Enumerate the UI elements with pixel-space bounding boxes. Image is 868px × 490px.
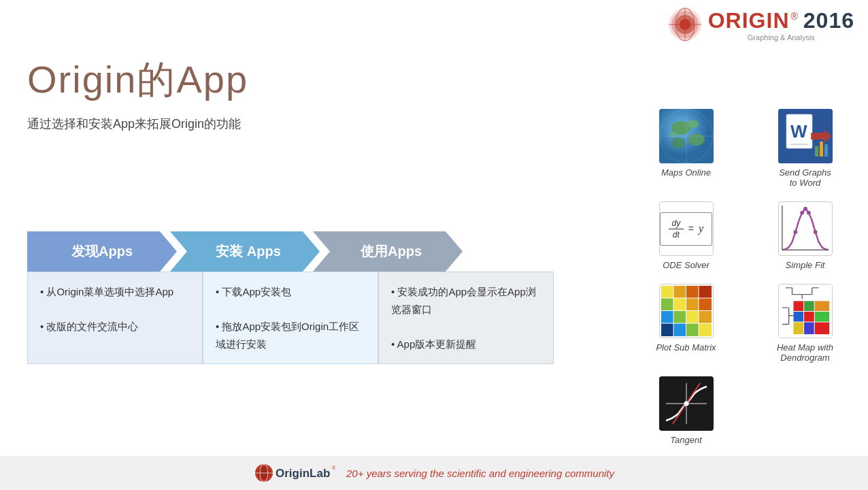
logo-reg: ® <box>790 11 797 22</box>
footer-bar: OriginLab ® 20+ years serving the scient… <box>0 456 868 490</box>
originlab-logo: OriginLab ® <box>254 463 335 483</box>
tangent-icon <box>659 376 714 431</box>
content-discover: • 从Origin菜单选项中选择App • 改版的文件交流中心 <box>27 272 203 364</box>
svg-rect-23 <box>824 144 828 157</box>
svg-rect-47 <box>699 324 712 337</box>
ode-solver-icon: dy dt = y <box>659 201 714 256</box>
svg-point-25 <box>800 211 804 215</box>
app-plot-sub-matrix: Plot Sub Matrix <box>637 284 735 363</box>
svg-text:OriginLab: OriginLab <box>276 467 330 480</box>
steps-row: 发现Apps 安装 Apps 使用Apps <box>27 231 585 272</box>
svg-rect-59 <box>793 301 803 311</box>
svg-rect-65 <box>793 323 803 335</box>
svg-point-72 <box>684 402 688 406</box>
svg-text:W: W <box>790 121 807 142</box>
simple-fit-label: Simple Fit <box>786 260 825 270</box>
logo-text-block: ORIGIN ® 2016 Graphing & Analysis <box>708 8 854 42</box>
app-heat-map-dendrogram: Heat Map withDendrogram <box>756 284 854 363</box>
simple-fit-icon <box>778 201 833 256</box>
svg-point-27 <box>806 211 810 215</box>
origin-logo-globe <box>667 7 703 42</box>
svg-point-9 <box>688 120 699 128</box>
ode-solver-label: ODE Solver <box>663 260 710 270</box>
svg-text:®: ® <box>332 465 335 471</box>
svg-rect-64 <box>814 312 829 322</box>
flow-section: 发现Apps 安装 Apps 使用Apps • 从Origin菜单选项中选择Ap… <box>27 231 585 364</box>
step-use: 使用Apps <box>313 231 463 272</box>
svg-point-10 <box>671 137 685 148</box>
content-install: • 下载App安装包 • 拖放App安装包到Origin工作区域进行安装 <box>203 272 378 364</box>
svg-rect-37 <box>673 298 686 310</box>
app-send-graphs-word: W Send Graphsto Word <box>756 109 854 188</box>
content-use: • 安装成功的App会显示在App浏览器窗口 • App版本更新提醒 <box>378 272 554 364</box>
send-graphs-word-icon: W <box>778 109 833 163</box>
svg-rect-42 <box>686 311 699 323</box>
maps-online-icon <box>659 109 714 163</box>
svg-rect-33 <box>673 286 686 298</box>
svg-rect-62 <box>793 312 803 322</box>
svg-point-11 <box>688 133 705 146</box>
svg-rect-21 <box>815 146 818 157</box>
maps-online-label: Maps Online <box>661 167 711 178</box>
step-discover: 发现Apps <box>27 231 177 272</box>
heat-map-dendrogram-label: Heat Map withDendrogram <box>777 342 833 363</box>
svg-rect-63 <box>804 312 814 322</box>
header-logo: ORIGIN ® 2016 Graphing & Analysis <box>667 7 854 42</box>
content-row: • 从Origin菜单选项中选择App • 改版的文件交流中心 • 下载App安… <box>27 272 585 364</box>
step-install: 安装 Apps <box>170 231 320 272</box>
svg-point-26 <box>803 207 807 211</box>
logo-title: ORIGIN <box>708 8 790 33</box>
app-tangent: Tangent <box>637 376 735 445</box>
svg-point-28 <box>813 230 817 234</box>
svg-rect-61 <box>814 301 829 311</box>
app-simple-fit: Simple Fit <box>756 201 854 270</box>
svg-rect-38 <box>686 298 699 310</box>
send-graphs-word-label: Send Graphsto Word <box>779 167 831 188</box>
svg-rect-41 <box>673 311 686 323</box>
svg-rect-36 <box>661 298 673 310</box>
heat-map-dendrogram-icon <box>778 284 833 338</box>
page-title: Origin的App <box>27 54 248 106</box>
logo-subtitle: Graphing & Analysis <box>708 33 854 42</box>
svg-rect-46 <box>686 324 699 337</box>
logo-year: 2016 <box>803 8 854 33</box>
svg-rect-45 <box>673 324 686 337</box>
svg-rect-35 <box>699 286 712 298</box>
tangent-label: Tangent <box>670 435 702 445</box>
app-maps-online: Maps Online <box>637 109 735 188</box>
svg-rect-60 <box>804 301 814 311</box>
svg-rect-32 <box>661 286 673 298</box>
footer-tagline: 20+ years serving the scientific and eng… <box>346 468 614 479</box>
svg-rect-40 <box>661 311 673 323</box>
app-ode-solver: dy dt = y ODE Solver <box>637 201 735 270</box>
svg-rect-66 <box>804 323 814 335</box>
page-subtitle: 通过选择和安装App来拓展Origin的功能 <box>27 116 241 132</box>
plot-sub-matrix-icon <box>659 284 714 338</box>
apps-section: Maps Online W Send Graphsto Wo <box>637 109 854 445</box>
svg-point-12 <box>669 132 677 137</box>
svg-point-24 <box>793 230 797 234</box>
svg-rect-44 <box>661 324 673 337</box>
svg-rect-22 <box>820 142 823 157</box>
svg-rect-39 <box>699 298 712 310</box>
svg-rect-67 <box>814 323 829 335</box>
svg-rect-34 <box>686 286 699 298</box>
plot-sub-matrix-label: Plot Sub Matrix <box>656 342 716 353</box>
svg-rect-43 <box>699 311 712 323</box>
